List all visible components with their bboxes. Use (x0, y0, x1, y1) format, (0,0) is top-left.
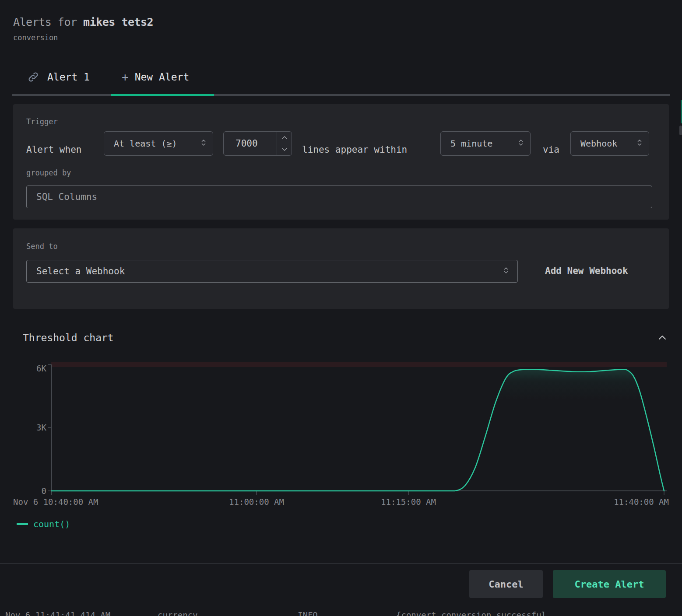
channel-select-value: Webhook (580, 138, 617, 149)
alert-modal: Alerts for mikes tets2 conversion Alert … (0, 0, 682, 616)
threshold-chart (0, 354, 682, 514)
background-log-service: currency (158, 610, 198, 616)
grouped-by-label: grouped by (26, 168, 71, 177)
trigger-panel: Trigger Alert when At least (≥) lines ap (13, 104, 669, 220)
page-title-prefix: Alerts for (13, 16, 83, 28)
channel-select[interactable]: Webhook (570, 131, 649, 156)
link-icon (27, 71, 39, 83)
x-axis-ticks (52, 491, 664, 495)
lines-appear-label: lines appear within (302, 137, 407, 162)
webhook-select[interactable]: Select a Webhook (26, 260, 518, 283)
y-tick-3k: 3K (25, 423, 46, 432)
number-stepper (277, 132, 292, 155)
tab-alert-1-label: Alert 1 (47, 71, 90, 83)
threshold-zone (51, 362, 667, 367)
scrollbar-thumb[interactable] (679, 126, 682, 135)
condition-select-value: At least (≥) (114, 138, 177, 149)
alert-when-label: Alert when (26, 137, 81, 162)
background-log-message: {convert conversion successful (396, 610, 546, 616)
time-window-select-value: 5 minute (450, 138, 492, 149)
x-tick-1115: 11:15:00 AM (356, 497, 461, 507)
threshold-number-field (223, 131, 292, 156)
active-tab-indicator (111, 94, 214, 96)
legend-label: count() (33, 519, 70, 529)
legend-item-count[interactable]: count() (17, 519, 70, 529)
page-title: Alerts for mikes tets2 (13, 16, 153, 28)
y-tick-6k: 6K (25, 364, 46, 373)
x-tick-1140: 11:40:00 AM (564, 497, 669, 507)
stepper-up-icon[interactable] (277, 132, 292, 144)
tab-new-alert-label: New Alert (135, 71, 190, 83)
background-log-timestamp: Nov 6 11:41:41.414 AM (5, 610, 110, 616)
tab-new-alert[interactable]: + New Alert (122, 70, 189, 84)
x-tick-1040: Nov 6 10:40:00 AM (13, 497, 98, 507)
grouped-by-input[interactable] (26, 186, 652, 208)
x-tick-1100: 11:00:00 AM (204, 497, 309, 507)
condition-select[interactable]: At least (≥) (104, 131, 213, 156)
webhook-select-value: Select a Webhook (36, 266, 125, 276)
page-subtitle: conversion (13, 33, 58, 42)
chevron-up-down-icon (517, 138, 524, 149)
add-new-webhook-button[interactable]: Add New Webhook (545, 266, 628, 276)
tab-alert-1[interactable]: Alert 1 (27, 70, 90, 84)
series-area-fill (52, 369, 664, 491)
create-alert-button[interactable]: Create Alert (553, 570, 666, 598)
background-log-level: INFO (298, 610, 318, 616)
legend-line-swatch (17, 523, 28, 525)
send-to-label: Send to (26, 242, 58, 251)
threshold-number-input[interactable] (224, 132, 277, 155)
page-title-source-name: mikes tets2 (83, 16, 153, 28)
chevron-up-down-icon (636, 138, 643, 149)
trigger-section-label: Trigger (26, 117, 58, 126)
chevron-up-down-icon (503, 266, 510, 276)
time-window-select[interactable]: 5 minute (440, 131, 531, 156)
collapse-chart-button[interactable] (657, 333, 668, 344)
send-to-panel: Send to Select a Webhook Add New Webhook (13, 228, 669, 309)
y-tick-0: 0 (25, 486, 46, 496)
chevron-up-icon (657, 336, 668, 344)
chevron-up-down-icon (200, 138, 207, 149)
plus-icon: + (122, 70, 129, 84)
footer-divider (0, 563, 682, 564)
y-axis-ticks (48, 364, 51, 491)
via-label: via (543, 137, 559, 162)
threshold-chart-title: Threshold chart (23, 332, 114, 343)
stepper-down-icon[interactable] (277, 144, 292, 155)
cancel-button[interactable]: Cancel (469, 570, 543, 598)
grouped-by-field (26, 186, 652, 208)
